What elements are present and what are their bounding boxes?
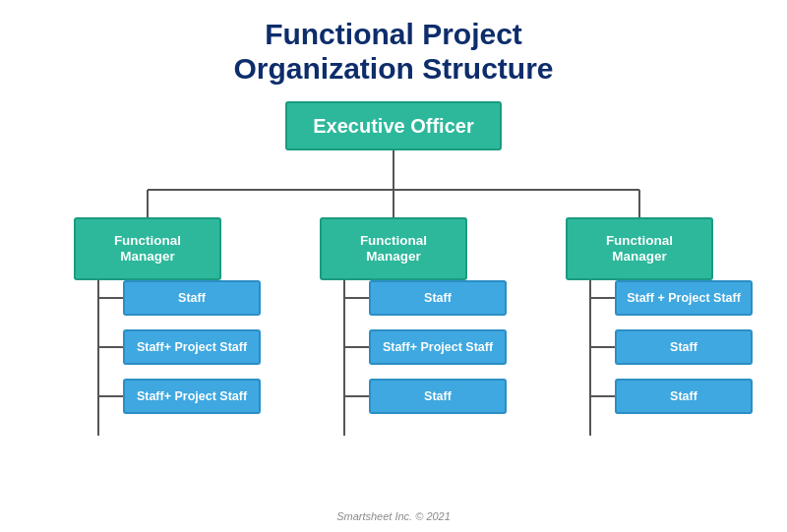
manager-3-box: Functional Manager bbox=[566, 217, 713, 280]
col1-staff-1: Staff bbox=[123, 280, 261, 316]
col3-staff-1: Staff + Project Staff bbox=[615, 280, 753, 316]
manager-1-box: Functional Manager bbox=[74, 217, 221, 280]
col1-staff-2: Staff+ Project Staff bbox=[123, 329, 261, 365]
col1-staff-3: Staff+ Project Staff bbox=[123, 379, 261, 414]
exec-label: Executive Officer bbox=[285, 101, 502, 150]
page: Functional Project Organization Structur… bbox=[0, 0, 787, 532]
manager-2-box: Functional Manager bbox=[320, 217, 467, 280]
footer-text: Smartsheet Inc. © 2021 bbox=[336, 510, 451, 522]
page-title: Functional Project Organization Structur… bbox=[233, 18, 553, 86]
col3-staff-2: Staff bbox=[615, 329, 753, 365]
col3-staff-3: Staff bbox=[615, 379, 753, 414]
col2-staff-2: Staff+ Project Staff bbox=[369, 329, 507, 365]
col2-staff-1: Staff bbox=[369, 280, 507, 316]
exec-box: Executive Officer bbox=[285, 101, 502, 150]
col2-staff-3: Staff bbox=[369, 379, 507, 414]
